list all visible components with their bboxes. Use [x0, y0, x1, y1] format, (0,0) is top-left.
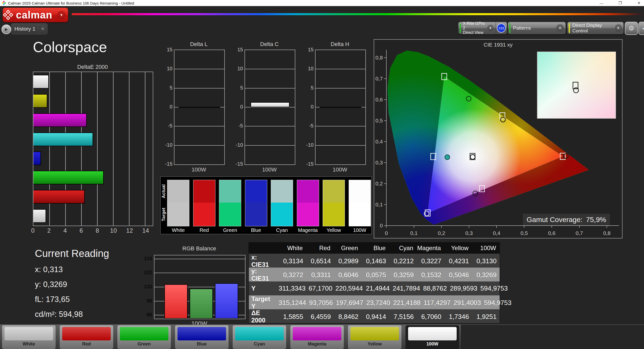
svg-text:0,6: 0,6: [548, 230, 555, 236]
x-tick-label: 12: [126, 227, 133, 234]
pattern-yellow[interactable]: Yellow: [348, 325, 402, 349]
gridline: [316, 88, 365, 89]
delta-h-chart: Delta H 100W 151050-5-10-15: [304, 41, 366, 176]
deltae-bar-100w: [33, 75, 49, 89]
table-cell: 0,3272: [279, 271, 306, 279]
svg-text:0,8: 0,8: [603, 230, 610, 236]
rgb-bar-red: [164, 284, 188, 319]
calman-logo-button[interactable]: calman ▼: [3, 8, 68, 22]
table-cell: 315,1244: [279, 299, 309, 307]
gridline: [245, 69, 295, 69]
y-tick-label: 100: [144, 284, 152, 290]
deltae-bar-red: [33, 190, 85, 204]
collapse-panel-button[interactable]: ◀: [638, 22, 644, 35]
chevron-down-icon[interactable]: ▼: [556, 24, 564, 32]
y-tick-label: 10: [163, 66, 172, 72]
table-cell: 6,7060: [417, 313, 444, 321]
minimize-button[interactable]: —: [598, 1, 605, 5]
pattern-100w[interactable]: 100W: [406, 325, 459, 349]
table-cell: 0,0575: [362, 271, 389, 279]
bar-row: [33, 91, 153, 111]
column-header: Blue: [362, 245, 389, 252]
row-label: Target Y: [249, 295, 279, 310]
reading-x: x: 0,313: [35, 265, 109, 274]
gear-icon[interactable]: ⚙: [625, 22, 638, 35]
table-cell: 0,3259: [389, 271, 417, 279]
delta-l-bar: [179, 107, 220, 108]
pattern-label: Red: [60, 341, 113, 347]
actual-swatch: [193, 180, 215, 203]
column-header: Magenta: [417, 245, 444, 252]
y-tick-label: -5: [163, 123, 172, 129]
table-cell: 311,3343: [279, 285, 309, 292]
actual-swatch: [349, 180, 371, 203]
pattern-white[interactable]: White: [2, 325, 56, 349]
deltae-chart: [33, 72, 153, 226]
column-header: Green: [334, 245, 362, 252]
target-row-label: Target: [161, 203, 166, 226]
table-cell: 0,6046: [334, 271, 362, 279]
y-tick-label: 102: [144, 270, 152, 275]
chevron-down-icon[interactable]: ▼: [487, 25, 494, 31]
column-header: Yellow: [445, 245, 472, 252]
add-tab-button[interactable]: +: [39, 25, 46, 32]
pattern-blue[interactable]: Blue: [175, 325, 229, 349]
tab-history-1[interactable]: History 1 +: [11, 23, 48, 34]
app-icon: [2, 1, 6, 5]
tab-scroll-button[interactable]: ▶: [2, 25, 11, 34]
y-tick-label: -15: [233, 161, 243, 167]
delta-l-xlabel: 100W: [174, 166, 224, 173]
patterns-status-stripe: [509, 23, 510, 33]
svg-text:0,7: 0,7: [375, 76, 383, 81]
y-tick-label: 10: [233, 66, 243, 72]
delta-h-bar: [320, 107, 361, 108]
delta-l-plot: [174, 50, 225, 165]
meter-count-badge[interactable]: 233: [497, 24, 506, 33]
actual-swatch: [245, 180, 267, 203]
y-tick-label: -5: [304, 123, 314, 129]
bar-row: [33, 168, 153, 187]
pattern-patch: [293, 327, 341, 340]
current-reading-panel: Current Reading x: 0,313 y: 0,3269 fL: 1…: [35, 248, 109, 319]
y-tick-label: -5: [233, 123, 243, 129]
close-button[interactable]: ✕: [635, 1, 642, 5]
table-cell: 88,8762: [423, 285, 450, 292]
target-swatch: [245, 203, 267, 226]
pattern-red[interactable]: Red: [60, 325, 113, 349]
pattern-label: Green: [117, 341, 171, 347]
delta-c-bar: [251, 102, 290, 107]
table-cell: 0,3134: [279, 257, 306, 265]
table-cell: 67,1700: [309, 285, 336, 292]
gridline: [174, 126, 224, 126]
chevron-down-icon[interactable]: ▼: [615, 24, 622, 32]
pattern-label: White: [2, 341, 56, 347]
table-cell: 6,4559: [306, 313, 334, 321]
patterns-label: Patterns: [513, 25, 531, 31]
pattern-label: Blue: [175, 341, 229, 347]
gridline: [174, 69, 224, 69]
row-label: y: CIE31: [249, 268, 279, 282]
page-title: Colorspace: [33, 38, 107, 55]
x-tick-label: 2: [47, 227, 51, 234]
pattern-patch: [5, 327, 53, 340]
logo-menu-chevron[interactable]: ▼: [57, 11, 65, 19]
rgb-bar-green: [190, 289, 213, 319]
pattern-magenta[interactable]: Magenta: [290, 325, 344, 349]
gridline: [316, 145, 365, 146]
x-tick-label: 14: [142, 227, 149, 234]
column-header: Red: [306, 245, 334, 252]
pattern-label: Yellow: [348, 341, 402, 347]
meter-dropdown[interactable]: X-Rite i1Pro 2 Direct View ▼ 233: [458, 22, 507, 34]
display-control-dropdown[interactable]: Direct Display Control ▼: [567, 22, 624, 34]
pattern-green[interactable]: Green: [117, 325, 171, 349]
row-label: Y: [249, 285, 279, 292]
bar-row: [33, 111, 153, 130]
svg-text:0,4: 0,4: [493, 230, 500, 236]
restore-button[interactable]: ❐: [617, 1, 624, 5]
patterns-dropdown[interactable]: Patterns ▼: [508, 22, 566, 34]
delta-c-chart: Delta C 100W 151050-5-10-15: [233, 41, 295, 176]
gamut-coverage-label: Gamut Coverage:: [527, 216, 583, 224]
swatch-label: Yellow: [323, 227, 345, 233]
x-tick-label: 8: [96, 227, 99, 234]
pattern-cyan[interactable]: Cyan: [233, 325, 286, 349]
